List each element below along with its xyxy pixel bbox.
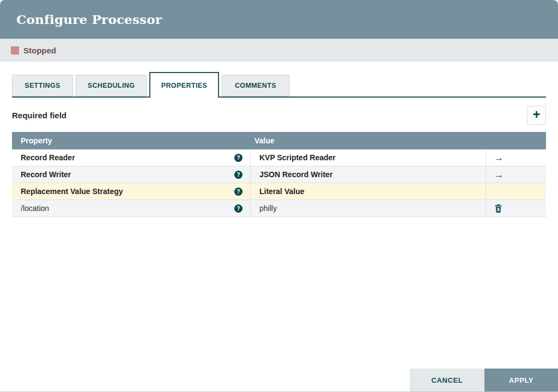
property-name: Record Reader bbox=[21, 153, 234, 162]
table-row-dynamic[interactable]: /location ? philly bbox=[12, 200, 546, 217]
apply-button[interactable]: APPLY bbox=[484, 369, 558, 391]
tab-comments[interactable]: COMMENTS bbox=[222, 75, 289, 97]
go-to-service-icon[interactable]: → bbox=[494, 170, 504, 179]
stopped-indicator-icon bbox=[11, 46, 19, 55]
property-name-cell: /location ? bbox=[12, 200, 250, 216]
delete-property-icon[interactable] bbox=[494, 204, 502, 213]
table-row[interactable]: Record Reader ? KVP Scripted Reader → bbox=[12, 149, 546, 166]
property-value-cell[interactable]: philly bbox=[250, 200, 486, 216]
add-property-button[interactable]: + bbox=[527, 106, 546, 125]
cancel-button[interactable]: CANCEL bbox=[410, 369, 484, 391]
property-value-cell[interactable]: KVP Scripted Reader bbox=[250, 149, 486, 166]
property-value-cell[interactable]: Literal Value bbox=[250, 183, 486, 200]
table-row[interactable]: Record Writer ? JSON Record Writer → bbox=[12, 166, 546, 183]
tab-settings[interactable]: SETTINGS bbox=[12, 75, 73, 97]
dialog-content: SETTINGS SCHEDULING PROPERTIES COMMENTS … bbox=[0, 73, 558, 217]
table-row-modified[interactable]: Replacement Value Strategy ? Literal Val… bbox=[12, 183, 546, 200]
property-name-cell: Record Reader ? bbox=[12, 149, 250, 166]
tab-scheduling[interactable]: SCHEDULING bbox=[76, 75, 147, 97]
help-icon[interactable]: ? bbox=[234, 154, 242, 162]
column-header-value: Value bbox=[250, 136, 486, 145]
status-bar: Stopped bbox=[0, 39, 558, 62]
property-name: Replacement Value Strategy bbox=[21, 187, 234, 196]
help-icon[interactable]: ? bbox=[234, 171, 242, 179]
dialog-footer: CANCEL APPLY bbox=[410, 369, 558, 391]
row-actions-cell bbox=[486, 200, 546, 216]
row-actions-cell: → bbox=[486, 149, 546, 166]
dialog-header: Configure Processor bbox=[0, 0, 558, 39]
tab-bar: SETTINGS SCHEDULING PROPERTIES COMMENTS bbox=[12, 73, 546, 98]
property-name: Record Writer bbox=[21, 170, 234, 179]
status-label: Stopped bbox=[23, 46, 56, 55]
go-to-service-icon[interactable]: → bbox=[494, 153, 504, 162]
property-name-cell: Replacement Value Strategy ? bbox=[12, 183, 250, 200]
row-actions-cell: → bbox=[486, 166, 546, 183]
column-header-property: Property bbox=[12, 136, 250, 145]
property-name: /location bbox=[21, 204, 234, 213]
property-name-cell: Record Writer ? bbox=[12, 166, 250, 183]
properties-table: Property Value Record Reader ? KVP Scrip… bbox=[12, 132, 546, 217]
plus-icon: + bbox=[532, 108, 540, 121]
tab-properties[interactable]: PROPERTIES bbox=[149, 72, 219, 98]
table-header-row: Property Value bbox=[12, 132, 546, 149]
configure-processor-dialog: Configure Processor Stopped SETTINGS SCH… bbox=[0, 0, 558, 392]
property-value-cell[interactable]: JSON Record Writer bbox=[250, 166, 486, 183]
help-icon[interactable]: ? bbox=[234, 204, 242, 213]
help-icon[interactable]: ? bbox=[234, 188, 242, 196]
row-actions-cell bbox=[486, 183, 546, 200]
dialog-title: Configure Processor bbox=[16, 12, 162, 27]
required-field-label: Required field bbox=[12, 111, 66, 120]
properties-toolbar: Required field + bbox=[12, 105, 546, 125]
